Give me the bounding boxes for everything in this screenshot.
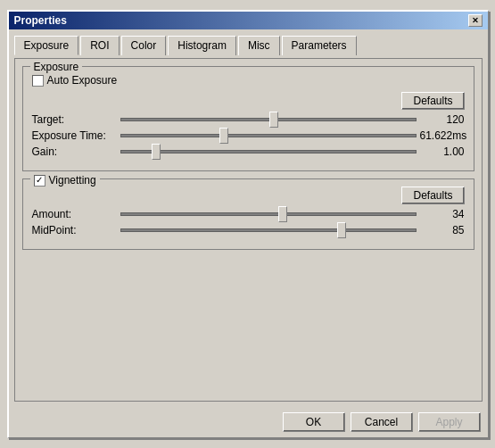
amount-slider-track[interactable] (120, 212, 417, 216)
midpoint-slider-track[interactable] (120, 228, 417, 232)
tab-misc[interactable]: Misc (238, 36, 280, 55)
vignetting-label: Vignetting (49, 174, 96, 187)
exposure-defaults-row: Defaults (32, 92, 465, 110)
tab-parameters[interactable]: Parameters (282, 36, 357, 55)
auto-exposure-checkbox[interactable] (32, 75, 44, 87)
gain-value: 1.00 (420, 145, 465, 158)
target-label: Target: (32, 113, 117, 126)
midpoint-value: 85 (420, 224, 465, 236)
target-slider-thumb[interactable] (269, 112, 278, 128)
amount-label: Amount: (32, 208, 117, 220)
exposure-defaults-button[interactable]: Defaults (401, 92, 464, 110)
window-content: Exposure ROI Color Histogram Misc Parame… (9, 29, 488, 407)
ok-button[interactable]: OK (283, 412, 345, 432)
title-bar: Properties ✕ (9, 12, 488, 29)
bottom-bar: OK Cancel Apply (9, 407, 488, 437)
midpoint-label: MidPoint: (32, 224, 117, 236)
apply-button[interactable]: Apply (418, 412, 481, 432)
target-value: 120 (420, 113, 465, 126)
midpoint-slider-thumb[interactable] (337, 222, 346, 238)
gain-slider-row: Gain: 1.00 (32, 145, 465, 158)
target-slider-row: Target: 120 (32, 113, 465, 126)
exposure-group: Exposure Auto Exposure Defaults Target: (22, 66, 474, 171)
midpoint-slider-row: MidPoint: 85 (32, 224, 465, 236)
exposure-time-slider-row: Exposure Time: 61.622ms (32, 129, 465, 142)
tab-color[interactable]: Color (121, 36, 167, 55)
target-slider-track[interactable] (120, 118, 417, 121)
window-title: Properties (14, 14, 67, 27)
title-bar-buttons: ✕ (468, 14, 483, 27)
tab-exposure[interactable]: Exposure (14, 36, 79, 55)
gain-label: Gain: (32, 145, 117, 158)
amount-slider-thumb[interactable] (278, 206, 287, 222)
amount-slider-row: Amount: 34 (32, 208, 465, 220)
tab-bar: Exposure ROI Color Histogram Misc Parame… (14, 36, 483, 55)
exposure-time-value: 61.622ms (420, 129, 465, 142)
properties-window: Properties ✕ Exposure ROI Color Histogra… (7, 10, 489, 438)
auto-exposure-label: Auto Exposure (47, 74, 118, 87)
exposure-time-slider-track[interactable] (120, 134, 417, 137)
gain-slider-thumb[interactable] (152, 144, 161, 160)
vignetting-defaults-button[interactable]: Defaults (401, 187, 464, 204)
gain-slider-track[interactable] (120, 150, 417, 153)
vignetting-check-mark: ✓ (36, 176, 43, 185)
vignetting-group-title: ✓ Vignetting (30, 173, 100, 192)
cancel-button[interactable]: Cancel (351, 412, 413, 432)
exposure-time-slider-thumb[interactable] (219, 128, 228, 144)
close-button[interactable]: ✕ (468, 14, 483, 27)
tab-histogram[interactable]: Histogram (168, 36, 236, 55)
auto-exposure-row: Auto Exposure (32, 74, 465, 87)
exposure-time-label: Exposure Time: (32, 129, 117, 142)
tab-content-area: Exposure Auto Exposure Defaults Target: (14, 58, 483, 402)
amount-value: 34 (420, 208, 465, 220)
exposure-group-title: Exposure (30, 61, 83, 73)
vignetting-group: ✓ Vignetting Defaults Amount: 34 (22, 178, 474, 250)
vignetting-checkbox[interactable]: ✓ (34, 175, 45, 187)
tab-roi[interactable]: ROI (80, 36, 119, 55)
